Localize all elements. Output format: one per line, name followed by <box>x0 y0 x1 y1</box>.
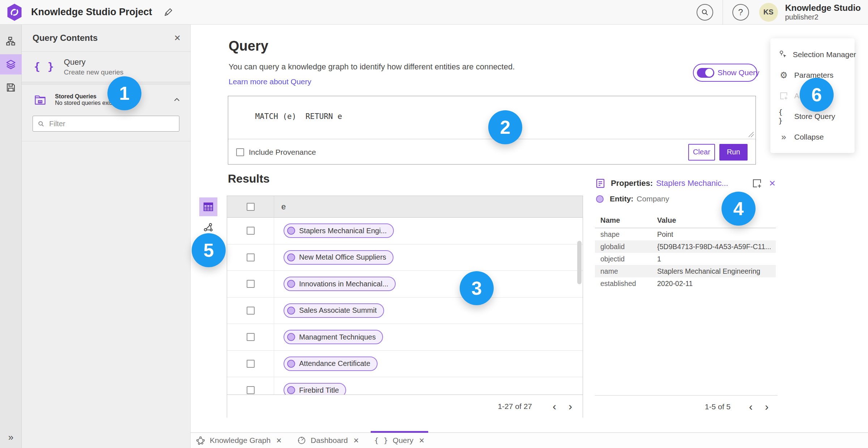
result-row: Managment Techniques <box>227 324 583 351</box>
row-checkbox[interactable] <box>247 253 255 261</box>
property-row: objectid 1 <box>595 253 776 265</box>
item-label: Stored Queries <box>55 93 114 100</box>
annotation-circle-4: 4 <box>722 192 756 226</box>
show-query-toggle[interactable]: Show Query <box>693 64 757 82</box>
property-value: {5D9B4713-F98D-4A53-A59F-C11... <box>657 243 771 251</box>
chevron-up-icon[interactable] <box>173 96 181 104</box>
contents-item-query[interactable]: { } Query Create new queries <box>22 52 190 82</box>
hierarchy-icon <box>6 36 16 46</box>
properties-entity-link[interactable]: Staplers Mechanic... <box>656 179 728 188</box>
entity-dot-icon <box>287 333 295 341</box>
project-title: Knowledge Studio Project <box>31 7 152 18</box>
entity-dot-icon <box>287 360 295 368</box>
row-checkbox[interactable] <box>247 333 255 341</box>
rail-item-hierarchy[interactable] <box>0 31 22 51</box>
include-provenance-label: Include Provenance <box>249 148 316 157</box>
braces-icon: { } <box>374 436 388 445</box>
learn-more-link[interactable]: Learn more about Query <box>229 77 311 86</box>
run-button[interactable]: Run <box>719 144 748 161</box>
result-row: Staplers Mechanical Engi... <box>227 218 583 244</box>
next-page-button[interactable]: › <box>759 399 775 415</box>
layers-icon <box>5 59 16 70</box>
tab-label: Dashboard <box>311 436 348 445</box>
entity-pill[interactable]: New Metal Office Suppliers <box>284 250 393 265</box>
clear-button[interactable]: Clear <box>688 144 715 161</box>
avatar[interactable]: KS <box>759 3 778 22</box>
edit-title-icon[interactable] <box>163 7 173 17</box>
property-value: Point <box>657 230 673 239</box>
entity-pill-label: Firebird Title <box>299 386 339 394</box>
row-checkbox[interactable] <box>247 386 255 394</box>
link-chart-view-button[interactable] <box>203 221 216 234</box>
property-row: name Staplers Mechanical Engineering <box>595 265 776 277</box>
user-block[interactable]: Knowledge Studio publisher2 <box>785 3 861 21</box>
filter-box <box>33 116 179 132</box>
query-page-title: Query <box>229 38 268 54</box>
annotation-circle-2: 2 <box>488 110 522 144</box>
entity-dot-icon <box>287 307 295 315</box>
property-name: established <box>595 280 657 288</box>
entity-pill[interactable]: Staplers Mechanical Engi... <box>284 223 394 238</box>
previous-page-button[interactable]: ‹ <box>546 398 562 414</box>
entity-pill[interactable]: Managment Techniques <box>284 330 383 344</box>
result-row: New Metal Office Suppliers <box>227 244 583 271</box>
property-value: 2020-02-11 <box>657 280 693 288</box>
filter-input[interactable] <box>49 120 175 128</box>
annotation-circle-1: 1 <box>107 76 141 110</box>
previous-page-button[interactable]: ‹ <box>743 399 759 415</box>
entity-pill[interactable]: Attendance Certificate <box>284 357 378 371</box>
braces-icon: { } <box>778 108 789 125</box>
app-logo-icon[interactable] <box>7 4 22 21</box>
close-properties-button[interactable]: ✕ <box>769 179 776 188</box>
header-divider <box>723 0 723 25</box>
row-checkbox[interactable] <box>247 280 255 288</box>
tab-knowledge-graph[interactable]: Knowledge Graph ✕ <box>195 433 282 448</box>
tab-dashboard[interactable]: Dashboard ✕ <box>296 433 360 448</box>
column-header-e: e <box>274 202 286 212</box>
rail-item-layers[interactable] <box>0 54 22 74</box>
search-button[interactable] <box>697 4 713 21</box>
close-tab-button[interactable]: ✕ <box>276 436 282 445</box>
include-provenance-checkbox[interactable] <box>236 148 244 156</box>
help-icon: ? <box>738 7 743 17</box>
menu-item-selection-manager[interactable]: Selection Manager <box>770 44 855 65</box>
close-tab-button[interactable]: ✕ <box>353 436 359 445</box>
next-page-button[interactable]: › <box>562 398 578 414</box>
name-column-header: Name <box>595 216 657 225</box>
query-text: MATCH (e) RETURN e <box>255 112 342 121</box>
expand-rail-button[interactable]: » <box>0 432 22 443</box>
tab-query[interactable]: { } Query ✕ <box>374 433 425 448</box>
tab-label: Query <box>393 436 413 445</box>
entity-pill-label: Managment Techniques <box>299 333 376 341</box>
pagination-range: 1-27 of 27 <box>498 402 532 411</box>
menu-item-collapse[interactable]: » Collapse <box>770 127 855 147</box>
property-row: established 2020-02-11 <box>595 277 776 290</box>
row-checkbox[interactable] <box>247 307 255 315</box>
close-tab-button[interactable]: ✕ <box>419 436 425 445</box>
results-table: e Staplers Mechanical Engi... New Metal … <box>227 196 583 418</box>
properties-heading: Properties: <box>611 179 653 188</box>
entity-label: Entity: <box>610 195 633 203</box>
results-title: Results <box>228 172 270 185</box>
entity-type-value: Company <box>637 195 669 203</box>
contents-item-stored-queries[interactable]: Stored Queries No stored queries exist <box>22 85 190 106</box>
row-checkbox[interactable] <box>247 227 255 235</box>
row-checkbox[interactable] <box>247 360 255 368</box>
table-view-button[interactable] <box>199 197 217 216</box>
rail-item-save[interactable] <box>0 77 22 98</box>
entity-pill[interactable]: Sales Associate Summit <box>284 303 384 318</box>
search-icon <box>37 120 45 128</box>
entity-pill[interactable]: Innovations in Mechanical... <box>284 277 396 291</box>
result-row: Innovations in Mechanical... <box>227 271 583 298</box>
help-button[interactable]: ? <box>732 4 749 21</box>
left-icon-rail: » <box>0 25 22 448</box>
entity-dot-icon <box>287 227 295 235</box>
select-all-checkbox[interactable] <box>247 203 255 211</box>
item-sublabel: Create new queries <box>64 68 124 76</box>
add-note-button[interactable] <box>752 178 762 189</box>
close-panel-button[interactable]: ✕ <box>174 33 181 43</box>
entity-pill[interactable]: Firebird Title <box>284 383 346 394</box>
resize-grip[interactable] <box>749 132 754 137</box>
save-icon <box>6 82 16 93</box>
scrollbar-thumb[interactable] <box>577 241 582 284</box>
